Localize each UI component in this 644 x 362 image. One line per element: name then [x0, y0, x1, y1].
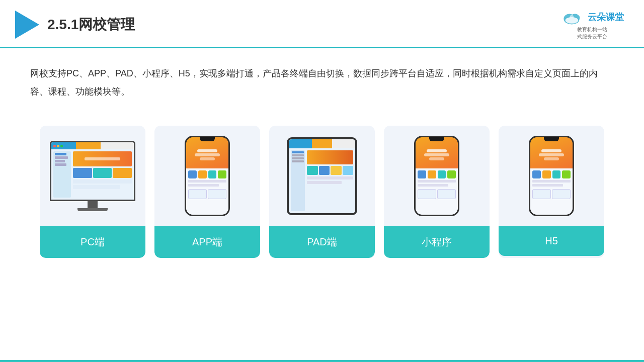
- header-left: 2.5.1网校管理: [15, 11, 135, 39]
- card-h5: H5: [499, 126, 604, 258]
- card-h5-image: [499, 126, 604, 226]
- brand-logo: 云朵课堂 教育机构一站式服务云平台: [560, 9, 624, 40]
- card-app-label: APP端: [154, 226, 260, 258]
- card-pad-image: [269, 126, 375, 226]
- phone-screen-h5: [530, 137, 573, 215]
- card-pad-label: PAD端: [269, 226, 375, 258]
- card-h5-label: H5: [499, 226, 604, 256]
- brand-name-text: 云朵课堂: [588, 11, 624, 23]
- brand-cloud-icon: 云朵课堂: [560, 9, 624, 25]
- svg-point-4: [566, 17, 579, 24]
- device-phone-h5: [529, 136, 574, 216]
- description-text: 网校支持PC、APP、PAD、小程序、H5，实现多端打通，产品各终端自由切换，数…: [0, 48, 644, 111]
- device-phone-miniprogram: [414, 136, 459, 216]
- phone-notch: [200, 137, 215, 141]
- card-pad: PAD端: [269, 126, 375, 258]
- brand-subtitle-text: 教育机构一站式服务云平台: [577, 26, 607, 40]
- phone-screen-miniprogram: [416, 137, 458, 215]
- phone-screen-app: [186, 137, 228, 215]
- device-pc-mockup: [50, 141, 135, 211]
- platform-cards: PC端: [0, 111, 644, 273]
- device-phone-app: [185, 136, 230, 216]
- logo-triangle-icon: [15, 11, 39, 39]
- pc-screen: [51, 142, 134, 200]
- card-miniprogram-image: [384, 126, 490, 226]
- card-app: APP端: [154, 126, 260, 258]
- page-title: 2.5.1网校管理: [47, 15, 135, 34]
- card-miniprogram: 小程序: [384, 126, 490, 258]
- page-header: 2.5.1网校管理 云朵课堂 教育机构一站式服务云平台: [0, 0, 644, 48]
- card-pc-image: [40, 126, 145, 226]
- card-pc-label: PC端: [40, 226, 145, 258]
- card-miniprogram-label: 小程序: [384, 226, 490, 258]
- pc-stand: [88, 201, 98, 208]
- phone-notch-mini: [429, 137, 444, 141]
- tablet-screen: [289, 139, 355, 213]
- bottom-accent-bar: [0, 360, 644, 362]
- card-pc: PC端: [40, 126, 145, 258]
- pc-base: [77, 208, 108, 211]
- phone-notch-h5: [544, 137, 559, 141]
- card-app-image: [154, 126, 260, 226]
- pc-monitor: [50, 141, 135, 201]
- device-tablet-mockup: [287, 137, 357, 215]
